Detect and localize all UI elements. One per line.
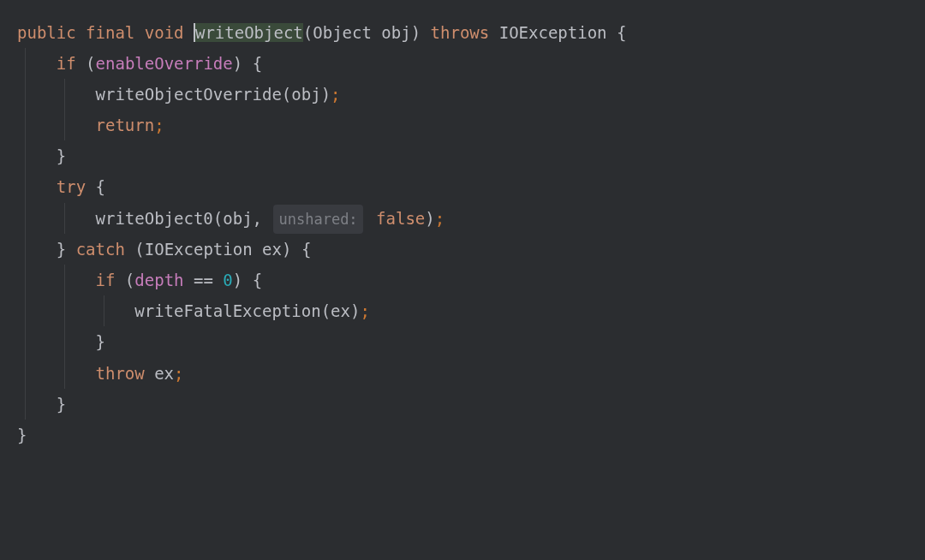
code-line[interactable]: writeObject0(obj, unshared: false); bbox=[17, 203, 925, 235]
code-line[interactable]: } bbox=[17, 389, 925, 420]
arg: obj bbox=[291, 85, 320, 104]
paren: ) bbox=[321, 85, 331, 104]
code-line[interactable]: if (enableOverride) { bbox=[17, 48, 925, 79]
code-line[interactable]: } catch (IOException ex) { bbox=[17, 234, 925, 265]
code-line[interactable]: } bbox=[17, 420, 925, 450]
brace: } bbox=[57, 395, 66, 414]
code-editor[interactable]: public final void writeObject(Object obj… bbox=[17, 17, 925, 450]
number: 0 bbox=[223, 271, 232, 289]
type: Object bbox=[313, 23, 372, 42]
brace: { bbox=[617, 23, 626, 42]
boolean: false bbox=[376, 209, 425, 228]
keyword-throw: throw bbox=[96, 364, 145, 383]
paren: ) bbox=[233, 54, 242, 73]
paren: ( bbox=[321, 301, 331, 320]
semicolon: ; bbox=[174, 364, 183, 383]
paren: ( bbox=[213, 209, 223, 228]
paren: ) bbox=[282, 240, 291, 259]
brace: } bbox=[17, 426, 27, 444]
field: enableOverride bbox=[96, 54, 233, 73]
code-line[interactable]: public final void writeObject(Object obj… bbox=[17, 17, 925, 48]
code-line[interactable]: if (depth == 0) { bbox=[17, 265, 925, 295]
arg: obj bbox=[223, 209, 252, 228]
keyword-void: void bbox=[145, 23, 184, 42]
keyword-catch: catch bbox=[76, 240, 125, 259]
paren: ) bbox=[350, 301, 360, 320]
code-line[interactable]: writeFatalException(ex); bbox=[17, 295, 925, 326]
brace: { bbox=[253, 271, 262, 289]
brace: } bbox=[57, 240, 66, 259]
code-line[interactable]: return; bbox=[17, 110, 925, 140]
semicolon: ; bbox=[331, 85, 340, 104]
method-name: writeObject bbox=[195, 23, 303, 42]
code-line[interactable]: } bbox=[17, 140, 925, 171]
var: ex bbox=[262, 240, 282, 259]
paren: ( bbox=[125, 271, 134, 289]
brace: { bbox=[253, 54, 262, 73]
code-line[interactable]: } bbox=[17, 326, 925, 357]
semicolon: ; bbox=[154, 116, 164, 134]
keyword-if: if bbox=[57, 54, 76, 73]
comma: , bbox=[253, 209, 262, 228]
paren: ) bbox=[425, 209, 434, 228]
method-call: writeObject0 bbox=[96, 209, 213, 228]
keyword-public: public bbox=[17, 23, 76, 42]
type: IOException bbox=[499, 23, 607, 42]
paren: ) bbox=[233, 271, 242, 289]
brace: } bbox=[57, 146, 66, 165]
operator: == bbox=[194, 271, 213, 289]
brace: } bbox=[96, 332, 105, 351]
code-line[interactable]: throw ex; bbox=[17, 358, 925, 389]
code-line[interactable]: try { bbox=[17, 171, 925, 202]
method-call: writeFatalException bbox=[134, 301, 320, 320]
keyword-try: try bbox=[57, 177, 86, 196]
keyword-final: final bbox=[86, 23, 134, 42]
parameter-hint: unshared: bbox=[273, 205, 362, 234]
paren: ) bbox=[411, 23, 421, 42]
keyword-if: if bbox=[96, 271, 116, 289]
brace: { bbox=[301, 240, 311, 259]
keyword-throws: throws bbox=[431, 23, 490, 42]
paren: ( bbox=[303, 23, 313, 42]
paren: ( bbox=[282, 85, 291, 104]
brace: { bbox=[96, 177, 105, 196]
param: obj bbox=[381, 23, 410, 42]
semicolon: ; bbox=[435, 209, 445, 228]
keyword-return: return bbox=[96, 116, 155, 134]
arg: ex bbox=[331, 301, 350, 320]
type: IOException bbox=[145, 240, 253, 259]
field: depth bbox=[134, 271, 183, 289]
var: ex bbox=[154, 364, 174, 383]
paren: ( bbox=[86, 54, 95, 73]
method-call: writeObjectOverride bbox=[96, 85, 282, 104]
code-line[interactable]: writeObjectOverride(obj); bbox=[17, 79, 925, 110]
paren: ( bbox=[134, 240, 144, 259]
semicolon: ; bbox=[360, 301, 369, 320]
